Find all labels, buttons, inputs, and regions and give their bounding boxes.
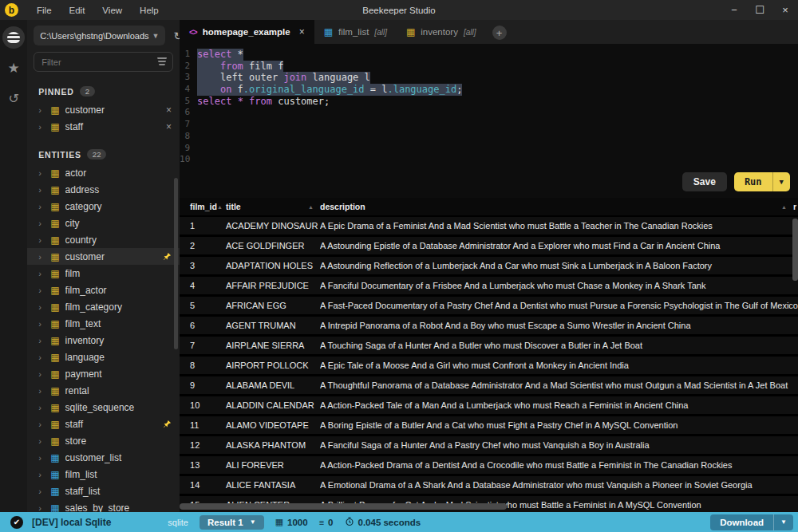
tab-homepage-example[interactable]: <> homepage_example × (180, 20, 314, 44)
pinned-item-staff[interactable]: ›▦staff× (27, 118, 180, 135)
chevron-right-icon[interactable]: › (38, 453, 45, 463)
table-row[interactable]: 10ALADDIN CALENDARA Action-Packed Tale o… (180, 396, 798, 414)
chevron-right-icon[interactable]: › (38, 105, 45, 115)
entity-item-address[interactable]: ›▦address (27, 181, 180, 198)
cell-film-id[interactable]: 14 (180, 480, 226, 490)
save-button[interactable]: Save (682, 172, 727, 191)
cell-film-id[interactable]: 6 (180, 321, 226, 330)
chevron-right-icon[interactable]: › (38, 336, 45, 345)
pinned-section-header[interactable]: PINNED 2 (27, 83, 180, 101)
chevron-right-icon[interactable]: › (38, 185, 45, 195)
cell-film-id[interactable]: 8 (180, 361, 226, 370)
cell-film-id[interactable]: 10 (180, 400, 226, 410)
pin-icon[interactable] (163, 420, 172, 428)
cell-description[interactable]: A Action-Packed Tale of a Man And a Lumb… (320, 400, 798, 410)
menu-view[interactable]: View (95, 3, 129, 18)
cell-title[interactable]: ALABAMA DEVIL (226, 380, 320, 390)
chevron-right-icon[interactable]: › (38, 436, 45, 446)
cell-film-id[interactable]: 12 (180, 440, 226, 450)
chevron-right-icon[interactable]: › (38, 269, 45, 278)
cell-description[interactable]: A Touching Saga of a Hunter And a Butler… (320, 341, 798, 350)
chevron-right-icon[interactable]: › (38, 386, 45, 396)
cell-title[interactable]: AFFAIR PREJUDICE (226, 281, 320, 290)
table-row[interactable]: 14ALICE FANTASIAA Emotional Drama of a A… (180, 476, 798, 494)
chevron-right-icon[interactable]: › (38, 503, 45, 513)
column-header-partial[interactable]: r (793, 202, 798, 211)
cell-film-id[interactable]: 5 (180, 301, 226, 310)
sort-icon[interactable]: ▲ (217, 204, 223, 210)
table-row[interactable]: 7AIRPLANE SIERRAA Touching Saga of a Hun… (180, 337, 798, 354)
table-row[interactable]: 12ALASKA PHANTOMA Fanciful Saga of a Hun… (180, 436, 798, 454)
cell-title[interactable]: AIRPORT POLLOCK (226, 361, 320, 370)
cell-film-id[interactable]: 11 (180, 420, 226, 430)
chevron-right-icon[interactable]: › (38, 202, 45, 211)
column-header-film_id[interactable]: film_id▲ (180, 202, 226, 211)
cell-title[interactable]: AIRPLANE SIERRA (226, 341, 320, 350)
tab-inventory[interactable]: ▦ inventory [all] (397, 20, 486, 44)
entity-item-customer[interactable]: ›▦customer (27, 248, 180, 265)
entities-section-header[interactable]: ENTITIES 22 (27, 146, 180, 164)
chevron-right-icon[interactable]: › (38, 219, 45, 228)
menu-file[interactable]: File (30, 3, 59, 18)
new-tab-button[interactable]: + (492, 26, 507, 40)
run-label[interactable]: Run (734, 172, 772, 191)
cell-film-id[interactable]: 13 (180, 460, 226, 470)
entity-item-rental[interactable]: ›▦rental (27, 382, 180, 399)
column-header-title[interactable]: title▲ (226, 202, 320, 211)
entity-item-sqlite_sequence[interactable]: ›▦sqlite_sequence (27, 399, 180, 416)
table-row[interactable]: 3ADAPTATION HOLESA Astounding Reflection… (180, 257, 798, 274)
entity-item-staff_list[interactable]: ›▦staff_list (27, 483, 180, 499)
chevron-right-icon[interactable]: › (38, 403, 45, 412)
entity-item-category[interactable]: ›▦category (27, 198, 180, 215)
cell-title[interactable]: AFRICAN EGG (226, 301, 320, 310)
cell-film-id[interactable]: 7 (180, 341, 226, 350)
entity-item-customer_list[interactable]: ›▦customer_list (27, 449, 180, 466)
entity-item-inventory[interactable]: ›▦inventory (27, 332, 180, 349)
cell-film-id[interactable]: 9 (180, 380, 226, 390)
entity-item-film_category[interactable]: ›▦film_category (27, 298, 180, 315)
refresh-icon[interactable]: ↻ (173, 30, 180, 42)
download-options-caret-icon[interactable]: ▼ (773, 514, 793, 530)
menu-edit[interactable]: Edit (62, 3, 93, 18)
cell-description[interactable]: A Fast-Paced Documentary of a Pastry Che… (320, 301, 798, 310)
entity-item-film[interactable]: ›▦film (27, 265, 180, 282)
run-options-caret-icon[interactable]: ▼ (772, 172, 790, 191)
cell-description[interactable]: A Intrepid Panorama of a Robot And a Boy… (320, 321, 798, 330)
entity-item-sales_by_store[interactable]: ›▦sales_by_store (27, 499, 180, 512)
table-row[interactable]: 6AGENT TRUMANA Intrepid Panorama of a Ro… (180, 317, 798, 334)
cell-description[interactable]: A Fanciful Documentary of a Frisbee And … (320, 281, 798, 290)
entity-item-actor[interactable]: ›▦actor (27, 164, 180, 181)
cell-title[interactable]: ADAPTATION HOLES (226, 261, 320, 270)
cell-title[interactable]: ALI FOREVER (226, 460, 320, 470)
sort-icon[interactable]: ▲ (781, 204, 787, 210)
download-button[interactable]: Download ▼ (710, 514, 793, 530)
history-tab-icon[interactable]: ↺ (2, 87, 25, 109)
unpin-icon[interactable]: × (166, 104, 172, 116)
chevron-right-icon[interactable]: › (38, 302, 45, 312)
chevron-right-icon[interactable]: › (38, 235, 45, 245)
close-icon[interactable]: × (772, 0, 798, 20)
cell-description[interactable]: A Fanciful Saga of a Hunter And a Pastry… (320, 440, 798, 450)
cell-description[interactable]: A Astounding Reflection of a Lumberjack … (320, 261, 798, 270)
sidebar-scrollbar[interactable] (174, 178, 178, 349)
table-row[interactable]: 13ALI FOREVERA Action-Packed Drama of a … (180, 456, 798, 474)
minimize-icon[interactable]: − (721, 0, 747, 20)
cell-description[interactable]: A Boring Epistle of a Butler And a Cat w… (320, 420, 798, 430)
entity-item-staff[interactable]: ›▦staff (27, 416, 180, 432)
chevron-right-icon[interactable]: › (38, 252, 45, 262)
chevron-right-icon[interactable]: › (38, 420, 45, 429)
cell-film-id[interactable]: 2 (180, 241, 226, 250)
cell-description[interactable]: A Astounding Epistle of a Database Admin… (320, 241, 798, 250)
cell-title[interactable]: ALICE FANTASIA (226, 480, 320, 490)
connection-select[interactable]: C:\Users\ghstng\Downloads ▼ (34, 26, 165, 45)
cell-description[interactable]: A Epic Drama of a Feminist And a Mad Sci… (320, 221, 798, 231)
table-row[interactable]: 5AFRICAN EGGA Fast-Paced Documentary of … (180, 297, 798, 314)
sort-icon[interactable]: ▲ (308, 204, 314, 210)
results-horizontal-scrollbar[interactable] (180, 503, 507, 510)
results-vertical-scrollbar[interactable] (792, 219, 798, 281)
result-selector[interactable]: Result 1 ▼ (200, 515, 264, 530)
run-button[interactable]: Run ▼ (734, 172, 790, 191)
cell-description[interactable]: A Epic Tale of a Moose And a Girl who mu… (320, 361, 798, 370)
cell-title[interactable]: ALADDIN CALENDAR (226, 400, 320, 410)
menu-help[interactable]: Help (132, 3, 166, 18)
